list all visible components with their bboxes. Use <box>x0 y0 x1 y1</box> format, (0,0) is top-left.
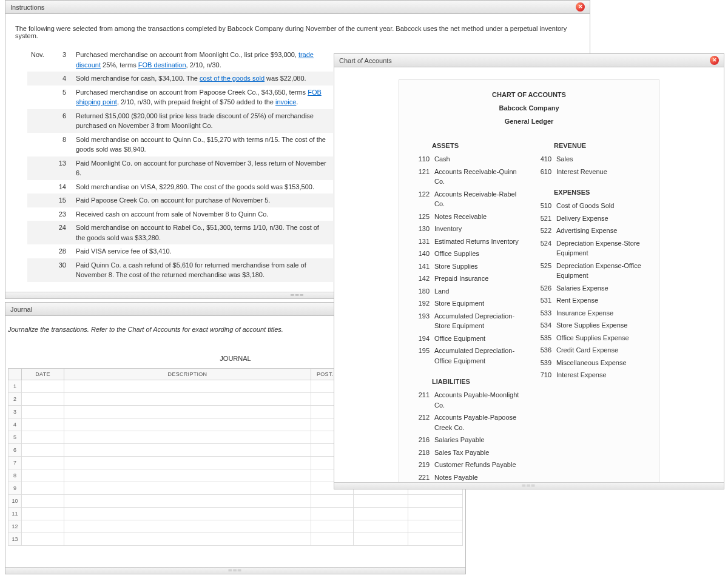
journal-cell-desc[interactable] <box>64 495 311 508</box>
chart-inner: CHART OF ACCOUNTS Babcock Company Genera… <box>399 79 659 482</box>
journal-cell-post[interactable] <box>311 533 354 546</box>
account-name: Accounts Payable-Moonlight Co. <box>434 390 520 410</box>
journal-cell-credit[interactable] <box>408 520 463 533</box>
glossary-link[interactable]: FOB destination <box>138 61 186 69</box>
journal-cell-post[interactable] <box>311 508 354 520</box>
journal-cell-date[interactable] <box>22 393 64 406</box>
tx-description: Purchased merchandise on account from Pa… <box>72 86 333 109</box>
instructions-title: Instructions <box>10 4 44 11</box>
journal-cell-date[interactable] <box>22 495 64 508</box>
glossary-link[interactable]: trade discount <box>76 51 314 69</box>
expenses-label: EXPENSES <box>554 189 642 196</box>
row-number: 12 <box>8 520 22 533</box>
journal-cell-desc[interactable] <box>64 393 311 406</box>
journal-cell-date[interactable] <box>22 533 64 546</box>
resize-handle[interactable]: ═══ <box>334 482 724 489</box>
transaction-row: 24Sold merchandise on account to Rabel C… <box>27 221 333 244</box>
journal-cell-debit[interactable] <box>354 533 408 546</box>
glossary-link[interactable]: invoice <box>275 98 296 106</box>
account-name: Accumulated Depreciation-Store Equipment <box>434 311 520 331</box>
tx-day: 30 <box>54 258 72 282</box>
journal-cell-desc[interactable] <box>64 469 311 482</box>
account-number: 710 <box>538 370 551 380</box>
account-name: Office Supplies Expense <box>556 333 642 343</box>
journal-cell-date[interactable] <box>22 469 64 482</box>
journal-cell-desc[interactable] <box>64 520 311 533</box>
assets-label: ASSETS <box>432 142 520 149</box>
tx-month <box>27 109 54 133</box>
account-row: 125Notes Receivable <box>416 210 520 223</box>
account-name: Notes Payable <box>434 472 520 483</box>
journal-cell-desc[interactable] <box>64 533 311 546</box>
account-name: Store Supplies <box>434 261 520 272</box>
journal-cell-date[interactable] <box>22 418 64 431</box>
transaction-row: 23Received cash on account from sale of … <box>27 207 333 221</box>
journal-cell-date[interactable] <box>22 444 64 457</box>
account-name: Customer Refunds Payable <box>434 460 520 470</box>
row-number: 7 <box>8 457 22 469</box>
tx-day: 23 <box>54 207 72 221</box>
account-number: 140 <box>416 249 430 259</box>
account-name: Salaries Payable <box>434 435 520 445</box>
account-row: 521Delivery Expense <box>538 212 642 225</box>
journal-cell-date[interactable] <box>22 380 64 393</box>
journal-cell-date[interactable] <box>22 431 64 444</box>
revenue-label: REVENUE <box>554 142 642 149</box>
tx-day: 5 <box>54 86 72 109</box>
tx-description: Sold merchandise for cash, $34,100. The … <box>72 72 333 86</box>
tx-month <box>27 207 54 221</box>
resize-handle[interactable]: ═══ <box>5 567 465 574</box>
journal-cell-date[interactable] <box>22 406 64 418</box>
row-number: 13 <box>8 533 22 546</box>
instructions-header[interactable]: Instructions ✕ <box>5 1 590 14</box>
tx-day: 4 <box>54 72 72 86</box>
tx-description: Received cash on account from sale of No… <box>72 207 333 221</box>
account-name: Store Equipment <box>434 298 520 309</box>
journal-cell-post[interactable] <box>311 495 354 508</box>
journal-cell-date[interactable] <box>22 457 64 469</box>
account-number: 539 <box>538 358 551 368</box>
journal-cell-desc[interactable] <box>64 418 311 431</box>
account-name: Sales Tax Payable <box>434 448 520 458</box>
journal-cell-credit[interactable] <box>408 533 463 546</box>
journal-cell-debit[interactable] <box>354 520 408 533</box>
journal-cell-desc[interactable] <box>64 431 311 444</box>
account-number: 526 <box>538 283 551 294</box>
journal-cell-debit[interactable] <box>354 495 408 508</box>
journal-cell-date[interactable] <box>22 508 64 520</box>
account-row: 110Cash <box>416 153 520 166</box>
close-icon[interactable]: ✕ <box>710 56 719 65</box>
chart-ledger: General Ledger <box>416 118 642 125</box>
glossary-link[interactable]: cost of the goods sold <box>200 75 265 82</box>
journal-cell-credit[interactable] <box>408 508 463 520</box>
transaction-row: Nov.3Purchased merchandise on account fr… <box>27 48 333 72</box>
transaction-row: 4Sold merchandise for cash, $34,100. The… <box>27 72 333 86</box>
journal-cell-desc[interactable] <box>64 482 311 495</box>
journal-cell-date[interactable] <box>22 520 64 533</box>
account-number: 211 <box>416 390 430 410</box>
journal-cell-desc[interactable] <box>64 457 311 469</box>
transaction-row: 30Paid Quinn Co. a cash refund of $5,610… <box>27 258 333 282</box>
journal-cell-post[interactable] <box>311 520 354 533</box>
journal-cell-desc[interactable] <box>64 444 311 457</box>
close-icon[interactable]: ✕ <box>576 2 585 12</box>
row-number: 1 <box>8 380 22 393</box>
journal-cell-date[interactable] <box>22 482 64 495</box>
journal-cell-desc[interactable] <box>64 508 311 520</box>
row-number: 5 <box>8 431 22 444</box>
account-row: 130Inventory <box>416 223 520 235</box>
journal-cell-desc[interactable] <box>64 406 311 418</box>
account-name: Accumulated Depreciation-Office Equipmen… <box>434 346 520 366</box>
journal-col-num <box>8 369 22 380</box>
journal-cell-desc[interactable] <box>64 380 311 393</box>
account-number: 125 <box>416 212 430 222</box>
account-number: 510 <box>538 201 551 211</box>
journal-cell-credit[interactable] <box>408 495 463 508</box>
journal-cell-debit[interactable] <box>354 508 408 520</box>
chart-header[interactable]: Chart of Accounts ✕ <box>334 54 724 67</box>
journal-row: 13 <box>8 533 463 546</box>
account-name: Advertising Expense <box>556 226 642 236</box>
account-name: Interest Revenue <box>556 167 642 177</box>
account-name: Land <box>434 286 520 297</box>
account-row: 539Miscellaneous Expense <box>538 357 642 369</box>
